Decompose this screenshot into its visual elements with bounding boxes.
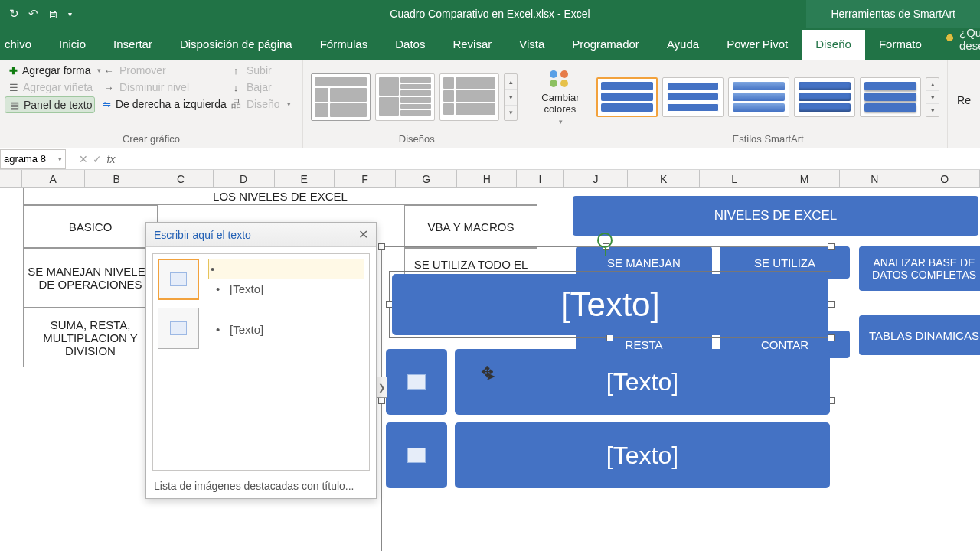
enter-icon[interactable]: ✓: [90, 153, 104, 165]
scroll-up-icon[interactable]: ▴: [926, 78, 939, 91]
scroll-more-icon[interactable]: ▾: [926, 104, 939, 116]
redo-icon[interactable]: ↻: [9, 7, 19, 21]
tab-insertar[interactable]: Insertar: [100, 30, 166, 60]
text-pane-handle[interactable]: ❯: [375, 377, 387, 398]
style-option-1[interactable]: [596, 77, 658, 117]
smartart-row-3[interactable]: [Texto]: [386, 422, 830, 488]
text-pane-toggle[interactable]: ▤Panel de texto: [5, 96, 95, 113]
col-header-L[interactable]: L: [700, 170, 770, 187]
col-header-N[interactable]: N: [840, 170, 910, 187]
style-option-5[interactable]: [860, 77, 921, 117]
cancel-icon[interactable]: ✕: [77, 153, 90, 165]
close-icon[interactable]: ✕: [358, 227, 368, 242]
tab-revisar[interactable]: Revisar: [439, 30, 505, 60]
col-header-A[interactable]: A: [22, 170, 85, 187]
picture-placeholder-icon: [407, 448, 426, 463]
layouts-scroll[interactable]: ▴ ▾ ▾: [504, 73, 518, 121]
ribbon-tabs: chivo Inicio Insertar Disposición de pág…: [0, 28, 980, 60]
move-up-button: ↑Subir: [225, 63, 298, 78]
tell-me[interactable]: ¿Qué desea: [936, 18, 980, 60]
bg-sa-b6[interactable]: TABLAS DINAMICAS: [859, 315, 980, 355]
scroll-down-icon[interactable]: ▾: [505, 90, 517, 105]
undo-icon[interactable]: ↶: [28, 7, 38, 21]
style-option-2[interactable]: [662, 77, 724, 117]
scroll-up-icon[interactable]: ▴: [505, 74, 517, 90]
col-header-F[interactable]: F: [335, 170, 396, 187]
style-option-4[interactable]: [794, 77, 855, 117]
thumb-1[interactable]: [158, 259, 199, 300]
tab-vista[interactable]: Vista: [505, 30, 558, 60]
tab-formulas[interactable]: Fórmulas: [306, 30, 382, 60]
tab-archivo[interactable]: chivo: [0, 30, 45, 60]
style-option-3[interactable]: [728, 77, 789, 117]
text-item-2-sub[interactable]: [Texto]: [208, 320, 364, 339]
add-shape-button[interactable]: ✚Agregar forma▾: [5, 63, 95, 78]
fx-icon[interactable]: fx: [104, 153, 118, 165]
promote-button: ←Promover: [98, 63, 222, 78]
sheet-title: LOS NIVELES DE EXCEL: [23, 188, 537, 205]
quick-access-toolbar: ↻ ↶ 🗎 ▾: [0, 7, 81, 21]
window-title: Cuadro Comparativo en Excel.xlsx - Excel: [390, 8, 590, 20]
col-header-H[interactable]: H: [457, 170, 517, 187]
layout-option-1[interactable]: [311, 73, 371, 121]
formula-input[interactable]: [118, 150, 980, 168]
thumb-2[interactable]: [158, 308, 199, 349]
tab-powerpivot[interactable]: Power Pivot: [713, 30, 802, 60]
col-header-O[interactable]: O: [910, 170, 981, 187]
svg-point-3: [560, 80, 568, 87]
name-box[interactable]: agrama 8▾: [0, 149, 66, 169]
smartart-text-pane[interactable]: Escribir aquí el texto ✕ [Texto] [Texto]…: [145, 222, 377, 499]
text-item-1[interactable]: [208, 259, 364, 279]
col1-row1: SE MANEJAN NIVELES DE OPERACIONES: [23, 248, 158, 308]
group-label-styles: Estilos SmartArt: [593, 132, 942, 146]
col-header-I[interactable]: I: [517, 170, 564, 187]
picture-placeholder-icon: [170, 272, 187, 286]
reset-button[interactable]: Re: [952, 63, 975, 132]
styles-scroll[interactable]: ▴ ▾ ▾: [926, 77, 939, 117]
arrow-down-icon: ↓: [230, 81, 242, 93]
change-colors-button[interactable]: Cambiar colores▾: [538, 65, 581, 129]
select-all-corner[interactable]: [0, 170, 22, 187]
smartart-text-1[interactable]: [Texto]: [392, 274, 828, 335]
smartart-picture-3[interactable]: [386, 422, 447, 488]
arrow-up-icon: ↑: [230, 64, 242, 77]
layout-option-2[interactable]: [375, 73, 435, 121]
text-pane-list[interactable]: [Texto] [Texto]: [208, 259, 364, 465]
smartart-text-2[interactable]: [Texto]: [455, 349, 830, 415]
col-header-M[interactable]: M: [769, 170, 840, 187]
move-cursor-icon: ✥➤: [481, 363, 494, 381]
text-pane-title: Escribir aquí el texto: [154, 229, 251, 241]
ribbon: ✚Agregar forma▾ ☰Agregar viñeta ▤Panel d…: [0, 60, 980, 148]
tab-programador[interactable]: Programador: [558, 30, 653, 60]
smartart-picture-2[interactable]: [386, 349, 447, 415]
smartart-row-2[interactable]: [Texto]: [386, 349, 830, 415]
tab-ayuda[interactable]: Ayuda: [653, 30, 713, 60]
col-header-E[interactable]: E: [275, 170, 335, 187]
col-header-C[interactable]: C: [149, 170, 214, 187]
tab-inicio[interactable]: Inicio: [45, 30, 100, 60]
col-header-B[interactable]: B: [85, 170, 149, 187]
tab-formato[interactable]: Formato: [865, 30, 936, 60]
new-file-icon[interactable]: 🗎: [47, 8, 59, 21]
tab-diseno[interactable]: Diseño: [802, 30, 865, 60]
bg-sa-b3[interactable]: ANALIZAR BASE DE DATOS COMPLETAS: [859, 246, 980, 291]
col-header-K[interactable]: K: [628, 170, 699, 187]
col-header-J[interactable]: J: [564, 170, 628, 187]
smartart-text-3[interactable]: [Texto]: [455, 422, 830, 488]
text-item-1-sub[interactable]: [Texto]: [208, 279, 364, 298]
tab-datos[interactable]: Datos: [381, 30, 439, 60]
qat-more[interactable]: ▾: [68, 10, 72, 18]
rotation-handle[interactable]: [597, 233, 612, 248]
scroll-down-icon[interactable]: ▾: [926, 91, 939, 104]
tab-disposicion[interactable]: Disposición de página: [166, 30, 306, 60]
lightbulb-icon: [946, 33, 953, 45]
group-label-layouts: Diseños: [308, 132, 526, 146]
add-bullet-button: ☰Agregar viñeta: [5, 80, 95, 95]
bg-sa-title[interactable]: NIVELES DE EXCEL: [573, 196, 978, 236]
layout-option-3[interactable]: [439, 73, 499, 121]
col-header-G[interactable]: G: [396, 170, 457, 187]
picture-placeholder-icon: [170, 321, 187, 335]
rtl-button[interactable]: ⇋De derecha a izquierda: [98, 96, 222, 112]
scroll-more-icon[interactable]: ▾: [505, 106, 517, 120]
col-header-D[interactable]: D: [214, 170, 275, 187]
